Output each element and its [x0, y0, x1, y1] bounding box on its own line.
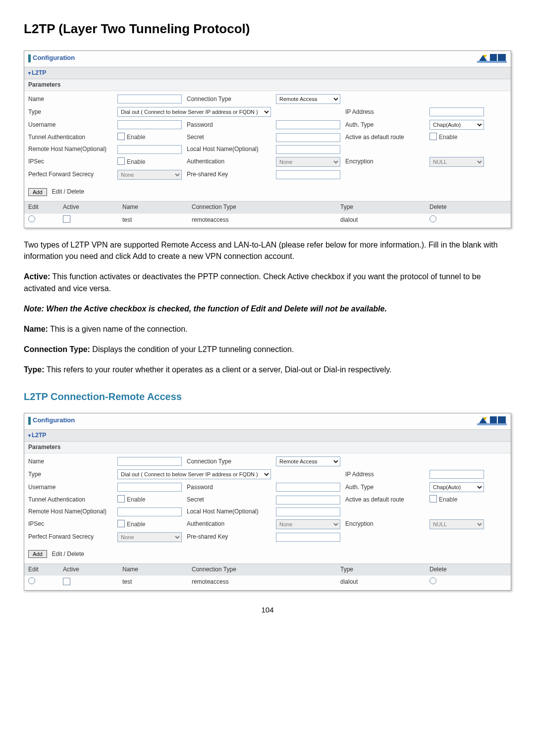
label-remote-host: Remote Host Name(Optional) [28, 145, 112, 153]
label-ip-address: IP Address [345, 108, 425, 116]
label-password: Password [187, 483, 271, 492]
config-panel-2: Configuration L2TP Parameters Name Conne… [24, 413, 511, 591]
name-input[interactable] [117, 457, 182, 466]
edit-delete-label: Edit / Delete [52, 550, 84, 558]
row-connection-type: remoteaccess [192, 216, 340, 224]
connection-type-select[interactable]: Remote Access [276, 94, 340, 104]
svg-rect-5 [477, 423, 507, 425]
local-host-input[interactable] [276, 507, 340, 516]
authentication-select[interactable]: None [276, 157, 340, 167]
label-auth-type: Auth. Type [345, 483, 425, 492]
col-name: Name [122, 565, 192, 574]
active-default-enable[interactable]: Enable [429, 495, 484, 504]
label-active-default: Active as default route [345, 133, 425, 142]
type-label: Type: [24, 365, 44, 374]
tunnel-auth-enable[interactable]: Enable [117, 495, 182, 504]
delete-radio[interactable] [429, 215, 479, 225]
col-edit: Edit [28, 203, 63, 211]
username-input[interactable] [117, 120, 182, 129]
ipsec-enable[interactable]: Enable [117, 157, 182, 166]
col-edit: Edit [28, 565, 63, 574]
label-secret: Secret [187, 496, 271, 504]
password-input[interactable] [276, 483, 340, 492]
pfs-select[interactable]: None [117, 170, 182, 180]
active-default-enable[interactable]: Enable [429, 133, 484, 142]
type-select[interactable]: Dial out ( Connect to below Server IP ad… [117, 107, 271, 117]
label-secret: Secret [187, 133, 271, 142]
encryption-select[interactable]: NULL [429, 519, 484, 529]
ipsec-enable[interactable]: Enable [117, 520, 182, 529]
col-active: Active [63, 203, 122, 211]
label-name: Name [28, 95, 112, 103]
auth-type-select[interactable]: Chap(Auto) [429, 120, 484, 130]
label-ip-address: IP Address [345, 470, 425, 479]
delete-radio[interactable] [429, 577, 479, 587]
label-password: Password [187, 121, 271, 129]
remote-host-input[interactable] [117, 507, 182, 516]
local-host-input[interactable] [276, 145, 340, 154]
label-name: Name [28, 457, 112, 466]
authentication-select[interactable]: None [276, 519, 340, 529]
type-select[interactable]: Dial out ( Connect to below Server IP ad… [117, 469, 271, 479]
active-label: Active: [24, 272, 50, 281]
list-row: test remoteaccess dialout [24, 213, 511, 228]
auth-type-select[interactable]: Chap(Auto) [429, 482, 484, 492]
active-checkbox[interactable] [63, 578, 122, 587]
section-l2tp[interactable]: L2TP [24, 67, 511, 79]
label-authentication: Authentication [187, 520, 271, 528]
svg-rect-3 [498, 416, 506, 423]
label-connection-type: Connection Type [187, 95, 271, 103]
connection-type-select[interactable]: Remote Access [276, 456, 340, 466]
label-remote-host: Remote Host Name(Optional) [28, 507, 112, 516]
label-ipsec: IPSec [28, 520, 112, 528]
col-type: Type [340, 565, 429, 574]
ip-address-input[interactable] [429, 470, 484, 479]
section-l2tp[interactable]: L2TP [24, 429, 511, 442]
label-type: Type [28, 470, 112, 479]
edit-delete-label: Edit / Delete [52, 188, 84, 196]
add-button[interactable]: Add [28, 188, 47, 196]
secret-input[interactable] [276, 496, 340, 504]
row-connection-type: remoteaccess [192, 578, 340, 586]
label-encryption: Encryption [345, 157, 425, 166]
edit-radio[interactable] [28, 577, 63, 587]
name-paragraph: Name: This is a given name of the connec… [24, 323, 511, 335]
accent-bar [28, 54, 31, 62]
svg-rect-2 [477, 61, 507, 63]
type-paragraph: Type: This refers to your router whether… [24, 364, 511, 375]
svg-rect-4 [490, 416, 497, 423]
intro-paragraph: Two types of L2TP VPN are supported Remo… [24, 239, 511, 262]
remote-host-input[interactable] [117, 145, 182, 154]
col-active: Active [63, 565, 122, 574]
page-title: L2TP (Layer Two Tunneling Protocol) [24, 20, 511, 39]
edit-radio[interactable] [28, 215, 63, 225]
col-connection-type: Connection Type [192, 203, 340, 211]
add-button[interactable]: Add [28, 550, 47, 558]
psk-input[interactable] [276, 533, 340, 542]
col-connection-type: Connection Type [192, 565, 340, 574]
pfs-select[interactable]: None [117, 532, 182, 542]
ip-address-input[interactable] [429, 107, 484, 116]
label-username: Username [28, 483, 112, 492]
psk-input[interactable] [276, 170, 340, 179]
active-checkbox[interactable] [63, 215, 122, 224]
page-number: 104 [24, 605, 511, 615]
row-name: test [122, 216, 192, 224]
encryption-select[interactable]: NULL [429, 157, 484, 167]
ct-label: Connection Type: [24, 345, 90, 353]
name-input[interactable] [117, 95, 182, 103]
svg-rect-1 [490, 54, 497, 61]
name-label: Name: [24, 325, 48, 333]
label-username: Username [28, 121, 112, 129]
row-type: dialout [340, 216, 429, 224]
config-panel-1: Configuration L2TP Parameters Name Conne… [24, 50, 511, 228]
tunnel-auth-enable[interactable]: Enable [117, 133, 182, 142]
username-input[interactable] [117, 483, 182, 492]
label-pfs: Perfect Forward Secrecy [28, 533, 112, 541]
label-pfs: Perfect Forward Secrecy [28, 170, 112, 179]
password-input[interactable] [276, 120, 340, 129]
panel-header: Configuration [24, 51, 511, 67]
label-local-host: Local Host Name(Optional) [187, 145, 271, 153]
label-psk: Pre-shared Key [187, 533, 271, 541]
secret-input[interactable] [276, 133, 340, 142]
